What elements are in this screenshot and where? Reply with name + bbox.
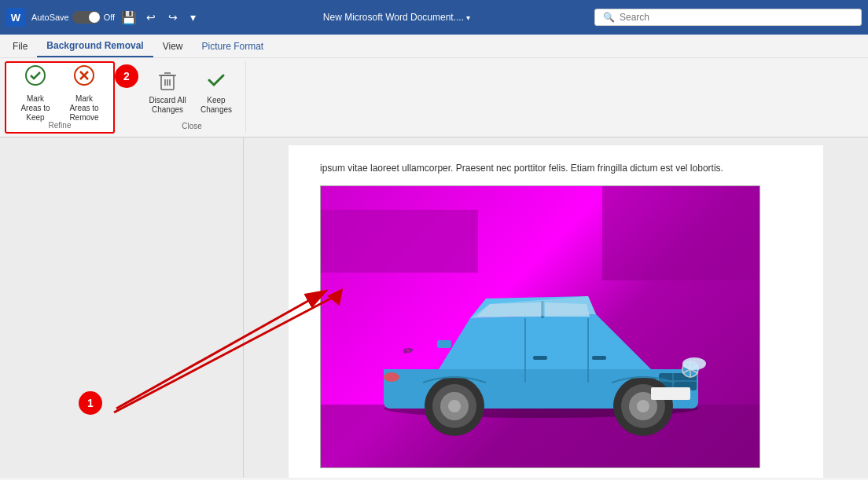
word-logo-icon: W [6, 8, 25, 27]
tab-background-removal[interactable]: Background Removal [37, 35, 153, 57]
ribbon-tabs: File Background Removal View Picture For… [0, 35, 868, 58]
ribbon-content: Mark Areas to Keep Mark Areas to Remove … [0, 58, 868, 137]
svg-point-33 [637, 400, 649, 412]
document-page: ipsum vitae laoreet ullamcorper. Praesen… [289, 145, 823, 478]
tab-picture-format[interactable]: Picture Format [193, 36, 274, 57]
refine-group-label: Refine [49, 121, 72, 131]
document-area: ipsum vitae laoreet ullamcorper. Praesen… [244, 137, 868, 478]
mark-remove-label: Mark Areas to Remove [64, 94, 104, 123]
autosave-toggle[interactable] [72, 11, 101, 24]
svg-point-24 [682, 357, 706, 370]
title-dropdown-icon[interactable]: ▾ [466, 13, 470, 22]
discard-label: Discard All Changes [148, 96, 187, 115]
left-panel: 1 [0, 137, 244, 478]
keep-changes-icon [205, 69, 227, 93]
mark-keep-icon [24, 64, 46, 91]
annotation-circle-1: 1 [79, 391, 102, 415]
redo-icon[interactable]: ↪ [165, 9, 181, 25]
search-bar[interactable]: 🔍 [594, 9, 862, 26]
tab-file[interactable]: File [3, 36, 37, 57]
ribbon: File Background Removal View Picture For… [0, 35, 868, 137]
svg-point-37 [448, 400, 461, 412]
ribbon-group-close: Discard All Changes Keep Changes Close [138, 61, 246, 134]
svg-rect-28 [533, 356, 547, 360]
close-buttons: Discard All Changes Keep Changes [145, 63, 239, 122]
autosave-area: AutoSave Off [31, 11, 115, 24]
autosave-label: AutoSave [31, 13, 69, 22]
document-title: New Microsoft Word Document.... ▾ [205, 12, 588, 23]
svg-rect-38 [437, 340, 451, 348]
word-logo-letter: W [11, 12, 20, 24]
svg-point-25 [384, 372, 399, 382]
tab-view[interactable]: View [153, 36, 193, 57]
mark-areas-to-remove-button[interactable]: Mark Areas to Remove [61, 66, 107, 121]
close-group-label: Close [182, 122, 202, 132]
search-icon: 🔍 [603, 12, 615, 23]
document-text: ipsum vitae laoreet ullamcorper. Praesen… [320, 161, 792, 176]
keep-changes-label: Keep Changes [197, 96, 236, 115]
more-actions-icon[interactable]: ▾ [187, 9, 199, 25]
car-illustration [344, 224, 737, 452]
refine-buttons: Mark Areas to Keep Mark Areas to Remove [13, 64, 107, 121]
annotation-circle-2: 2 [115, 64, 138, 88]
main-area: 1 ipsum vitae laoreet ullamcorper. Praes… [0, 137, 868, 478]
toggle-state-label: Off [104, 13, 115, 22]
discard-icon [156, 69, 178, 93]
save-icon[interactable]: 💾 [121, 10, 137, 25]
undo-icon[interactable]: ↩ [143, 9, 159, 25]
mark-keep-label: Mark Areas to Keep [16, 94, 55, 123]
discard-all-changes-button[interactable]: Discard All Changes [145, 64, 190, 119]
search-input[interactable] [620, 12, 840, 23]
car-image-container: ✏ [320, 185, 760, 468]
keep-changes-button[interactable]: Keep Changes [193, 64, 239, 119]
title-bar: W AutoSave Off 💾 ↩ ↪ ▾ New Microsoft Wor… [0, 0, 868, 35]
svg-point-0 [26, 66, 45, 85]
mark-remove-icon [73, 64, 95, 91]
svg-rect-29 [592, 356, 606, 360]
mark-areas-to-keep-button[interactable]: Mark Areas to Keep [13, 66, 58, 121]
ribbon-group-refine: Mark Areas to Keep Mark Areas to Remove … [5, 61, 115, 134]
toggle-knob [89, 12, 100, 23]
svg-rect-39 [651, 387, 690, 400]
